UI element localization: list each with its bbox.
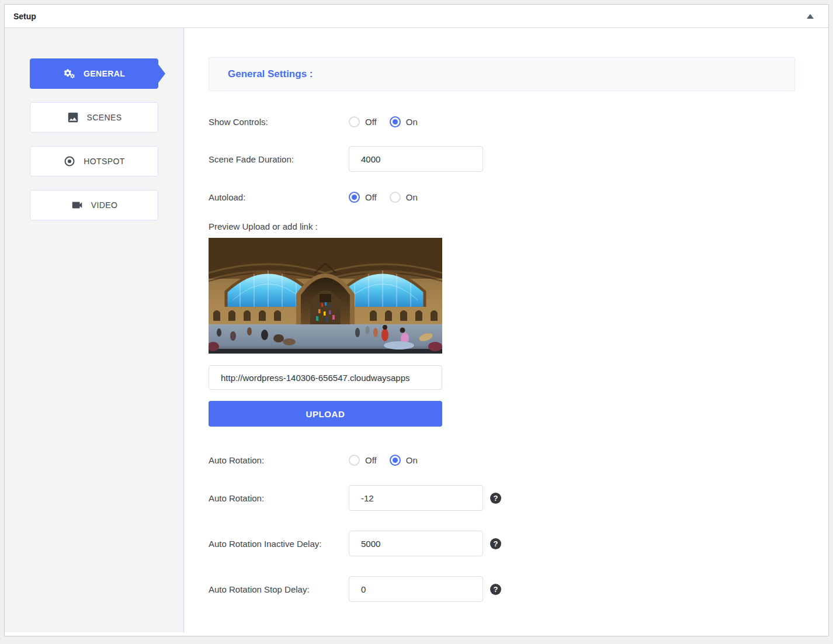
show-controls-label: Show Controls: bbox=[209, 117, 349, 127]
auto-rotation-radio-group: Off On bbox=[349, 455, 418, 466]
auto-rotation-inactive-delay-label: Auto Rotation Inactive Delay: bbox=[209, 539, 349, 549]
sidebar-item-label: HOTSPOT bbox=[84, 157, 124, 166]
preview-upload-label: Preview Upload or add link : bbox=[209, 221, 795, 231]
show-controls-off-option[interactable]: Off bbox=[349, 116, 377, 127]
target-icon bbox=[63, 155, 76, 168]
panorama-preview-image bbox=[209, 238, 442, 354]
help-icon[interactable]: ? bbox=[490, 538, 501, 549]
setup-panel: Setup GENERAL bbox=[4, 4, 829, 636]
sidebar-item-general[interactable]: GENERAL bbox=[30, 58, 158, 89]
on-label: On bbox=[406, 192, 418, 202]
radio-off-icon[interactable] bbox=[349, 455, 360, 466]
scene-fade-duration-label: Scene Fade Duration: bbox=[209, 154, 349, 164]
radio-on-icon[interactable] bbox=[390, 116, 401, 127]
off-label: Off bbox=[365, 455, 377, 465]
settings-main: General Settings : Show Controls: Off On bbox=[184, 28, 828, 636]
sidebar-item-label: GENERAL bbox=[84, 69, 125, 78]
settings-sidebar: GENERAL SCENES HOTSPOT V bbox=[5, 28, 184, 632]
on-label: On bbox=[406, 455, 418, 465]
sidebar-item-label: SCENES bbox=[87, 113, 122, 122]
auto-rotation-toggle-row: Auto Rotation: Off On bbox=[209, 447, 795, 473]
radio-on-icon[interactable] bbox=[390, 192, 401, 203]
panel-body: GENERAL SCENES HOTSPOT V bbox=[5, 28, 828, 636]
show-controls-radio-group: Off On bbox=[349, 116, 418, 127]
auto-rotation-inactive-delay-input[interactable] bbox=[349, 531, 483, 556]
auto-rotation-inactive-delay-row: Auto Rotation Inactive Delay: ? bbox=[209, 531, 795, 556]
auto-rotation-stop-delay-label: Auto Rotation Stop Delay: bbox=[209, 584, 349, 594]
section-header: General Settings : bbox=[209, 57, 795, 91]
image-icon bbox=[67, 111, 79, 124]
auto-rotation-value-input[interactable] bbox=[349, 485, 483, 511]
off-label: Off bbox=[365, 192, 377, 202]
sidebar-item-video[interactable]: VIDEO bbox=[30, 190, 158, 220]
off-label: Off bbox=[365, 117, 377, 127]
collapse-arrow-icon bbox=[807, 14, 814, 19]
autoload-radio-group: Off On bbox=[349, 192, 418, 203]
auto-rotation-value-label: Auto Rotation: bbox=[209, 493, 349, 503]
auto-rotation-on-option[interactable]: On bbox=[390, 455, 418, 466]
show-controls-row: Show Controls: Off On bbox=[209, 109, 795, 134]
scene-fade-duration-input[interactable] bbox=[349, 146, 483, 172]
gears-icon bbox=[63, 67, 76, 80]
autoload-label: Autoload: bbox=[209, 192, 349, 202]
auto-rotation-toggle-label: Auto Rotation: bbox=[209, 455, 349, 465]
collapse-toggle-button[interactable] bbox=[801, 8, 819, 25]
autoload-on-option[interactable]: On bbox=[390, 192, 418, 203]
sidebar-item-hotspot[interactable]: HOTSPOT bbox=[30, 146, 158, 176]
scene-fade-duration-row: Scene Fade Duration: bbox=[209, 146, 795, 172]
help-icon[interactable]: ? bbox=[490, 493, 501, 504]
panel-title: Setup bbox=[13, 12, 36, 21]
sidebar-item-scenes[interactable]: SCENES bbox=[30, 102, 158, 133]
preview-url-input[interactable] bbox=[209, 365, 442, 390]
sidebar-item-label: VIDEO bbox=[91, 200, 118, 210]
auto-rotation-stop-delay-row: Auto Rotation Stop Delay: ? bbox=[209, 576, 795, 602]
autoload-row: Autoload: Off On bbox=[209, 184, 795, 210]
autoload-off-option[interactable]: Off bbox=[349, 192, 377, 203]
panel-header: Setup bbox=[5, 5, 828, 28]
radio-off-icon[interactable] bbox=[349, 116, 360, 127]
show-controls-on-option[interactable]: On bbox=[390, 116, 418, 127]
auto-rotation-off-option[interactable]: Off bbox=[349, 455, 377, 466]
active-tab-arrow bbox=[158, 64, 165, 84]
radio-off-icon[interactable] bbox=[349, 192, 360, 203]
upload-button[interactable]: UPLOAD bbox=[209, 401, 442, 427]
preview-upload-block: Preview Upload or add link : bbox=[209, 221, 795, 427]
on-label: On bbox=[406, 117, 418, 127]
help-icon[interactable]: ? bbox=[490, 584, 501, 595]
radio-on-icon[interactable] bbox=[390, 455, 401, 466]
auto-rotation-stop-delay-input[interactable] bbox=[349, 576, 483, 602]
section-title: General Settings : bbox=[228, 68, 313, 80]
videocam-icon bbox=[71, 199, 84, 212]
auto-rotation-value-row: Auto Rotation: ? bbox=[209, 485, 795, 511]
